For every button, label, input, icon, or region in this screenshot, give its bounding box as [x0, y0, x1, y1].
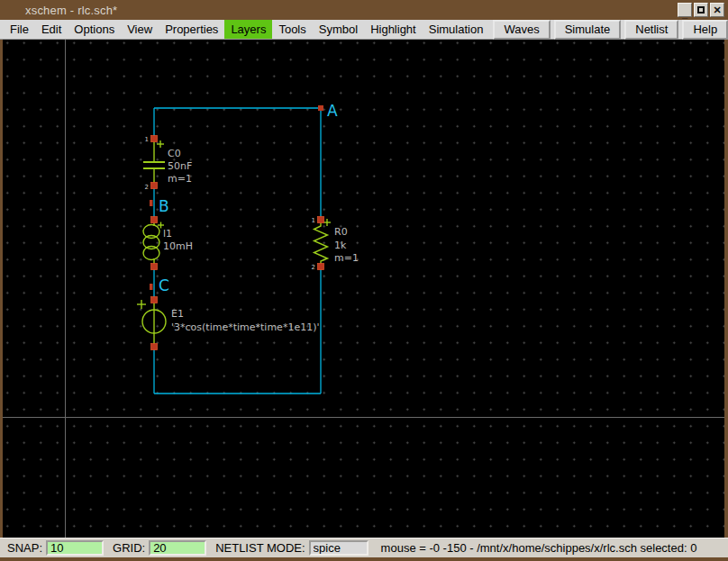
mouse-status-text: mouse = -0 -150 - /mnt/x/home/schippes/x…	[381, 541, 697, 555]
pin-square	[151, 217, 158, 223]
net-label-pin	[318, 105, 323, 111]
schematic-canvas[interactable]: 1 2 C0 50nF m=1 B	[3, 40, 724, 538]
pin-square	[151, 344, 158, 350]
window-title: xschem - rlc.sch*	[0, 4, 117, 17]
help-button[interactable]: Help	[682, 20, 728, 40]
component-resistor-r0[interactable]: 1 2 R0 1k m=1	[312, 217, 359, 272]
menu-options[interactable]: Options	[68, 20, 121, 39]
value-label: 1k	[334, 240, 347, 251]
minimize-icon: _	[682, 9, 687, 18]
maximize-icon	[697, 6, 705, 14]
ref-label: R0	[334, 226, 348, 238]
extra-label: m=1	[168, 173, 192, 185]
rlc-circuit: 1 2 C0 50nF m=1 B	[3, 40, 724, 538]
netlist-mode-input[interactable]	[309, 540, 369, 556]
snap-label: SNAP:	[7, 541, 42, 555]
pin-square	[318, 264, 324, 270]
net-label-pin	[150, 284, 153, 290]
maximize-button[interactable]	[694, 3, 708, 17]
svg-text:1: 1	[312, 217, 315, 224]
net-label-pin	[150, 200, 153, 206]
simulate-button[interactable]: Simulate	[554, 20, 622, 40]
titlebar[interactable]: xschem - rlc.sch* _ ✕	[0, 0, 728, 20]
close-button[interactable]: ✕	[710, 3, 724, 17]
component-vsource-e1[interactable]: E1 '3*cos(time*time*time*1e11)'	[137, 297, 319, 350]
net-label-c[interactable]: C	[150, 276, 169, 294]
netlist-mode-label: NETLIST MODE:	[215, 541, 305, 555]
menu-tools[interactable]: Tools	[272, 20, 312, 39]
menu-list: File Edit Options View Properties Layers…	[0, 20, 489, 39]
svg-text:C: C	[159, 276, 169, 294]
pin-square	[151, 264, 158, 270]
xschem-window: xschem - rlc.sch* _ ✕ File Edit Options …	[0, 0, 728, 561]
menu-simulation[interactable]: Simulation	[423, 20, 490, 39]
value-label: '3*cos(time*time*time*1e11)'	[171, 321, 319, 333]
menu-edit[interactable]: Edit	[35, 20, 68, 39]
menu-layers[interactable]: Layers	[224, 20, 272, 39]
window-controls: _ ✕	[678, 3, 724, 17]
menu-highlight[interactable]: Highlight	[364, 20, 423, 39]
minimize-button[interactable]: _	[678, 3, 692, 17]
pin-square	[151, 297, 158, 303]
pin-square	[318, 217, 324, 223]
grid-input[interactable]	[149, 540, 206, 556]
toolbar-buttons: Waves Simulate Netlist Help	[489, 20, 728, 40]
component-capacitor-c0[interactable]: 1 2 C0 50nF m=1	[143, 136, 192, 192]
extra-label: m=1	[334, 252, 359, 264]
component-inductor-l1[interactable]: l1 10mH	[143, 217, 193, 270]
menubar: File Edit Options View Properties Layers…	[0, 20, 728, 40]
menu-view[interactable]: View	[121, 20, 159, 39]
menu-file[interactable]: File	[4, 20, 35, 39]
svg-text:B: B	[159, 197, 169, 215]
statusbar: SNAP: GRID: NETLIST MODE: mouse = -0 -15…	[0, 538, 728, 557]
ref-label: E1	[171, 308, 184, 320]
value-label: 50nF	[168, 160, 192, 172]
pin-square	[151, 183, 158, 189]
menu-symbol[interactable]: Symbol	[313, 20, 364, 39]
value-label: 10mH	[163, 240, 193, 252]
svg-text:2: 2	[312, 264, 315, 271]
grid-label: GRID:	[113, 541, 145, 555]
ref-label: l1	[163, 228, 172, 240]
svg-text:1: 1	[145, 136, 149, 143]
net-label-b[interactable]: B	[150, 197, 169, 215]
waves-button[interactable]: Waves	[493, 20, 550, 40]
close-icon: ✕	[713, 5, 721, 14]
menu-properties[interactable]: Properties	[159, 20, 224, 39]
svg-text:2: 2	[145, 184, 149, 191]
netlist-button[interactable]: Netlist	[624, 20, 678, 40]
pin-square	[151, 136, 158, 142]
snap-input[interactable]	[46, 540, 104, 556]
svg-text:A: A	[327, 102, 338, 120]
ref-label: C0	[168, 148, 181, 159]
